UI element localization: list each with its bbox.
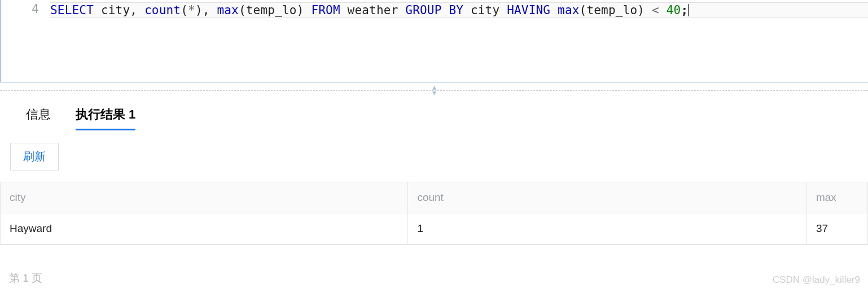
table-cell[interactable]: Hayward <box>1 213 408 244</box>
line-number: 4 <box>1 2 50 16</box>
sql-code[interactable]: SELECT city, count(*), max(temp_lo) FROM… <box>50 2 688 18</box>
text-caret <box>688 4 689 16</box>
sql-editor[interactable]: 4 SELECT city, count(*), max(temp_lo) FR… <box>0 0 868 82</box>
table-cell[interactable]: 37 <box>806 213 867 244</box>
col-header-count[interactable]: count <box>408 182 807 213</box>
col-header-city[interactable]: city <box>1 182 408 213</box>
table-cell[interactable]: 1 <box>408 213 807 244</box>
splitter-grip-icon[interactable]: ▴ ▾ <box>432 84 436 95</box>
pane-splitter[interactable]: ▴ ▾ <box>0 82 868 98</box>
pager-label: 第 1 页 <box>9 271 42 286</box>
table-row[interactable]: Hayward137 <box>1 213 867 244</box>
col-header-max[interactable]: max <box>806 182 867 213</box>
table-header-row: city count max <box>1 182 867 213</box>
tab-info[interactable]: 信息 <box>26 106 51 130</box>
toolbar: 刷新 <box>0 130 868 170</box>
watermark: CSDN @lady_killer9 <box>773 274 860 286</box>
refresh-button[interactable]: 刷新 <box>10 143 59 170</box>
result-tabs: 信息 执行结果 1 <box>0 98 868 130</box>
result-table: city count max Hayward137 <box>0 182 868 245</box>
tab-result[interactable]: 执行结果 1 <box>76 106 135 130</box>
